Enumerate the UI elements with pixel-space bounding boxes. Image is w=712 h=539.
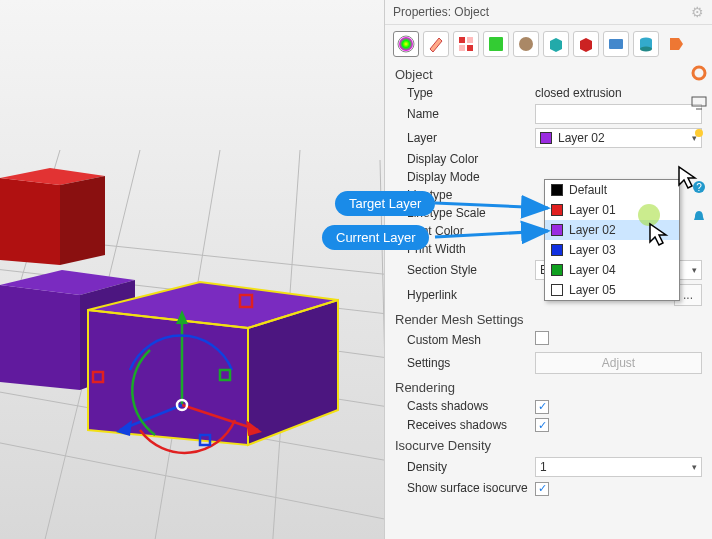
click-highlight	[638, 204, 660, 226]
svg-marker-43	[580, 38, 592, 52]
svg-marker-14	[0, 285, 80, 390]
svg-rect-50	[692, 97, 706, 106]
svg-point-47	[640, 47, 652, 52]
input-name[interactable]	[535, 104, 702, 124]
svg-rect-38	[459, 45, 465, 51]
svg-marker-42	[550, 38, 562, 52]
blue-panel-icon[interactable]	[603, 31, 629, 57]
green-sheet-icon[interactable]	[483, 31, 509, 57]
ddopt-layer02[interactable]: Layer 02	[545, 220, 679, 240]
ddopt-default[interactable]: Default	[545, 180, 679, 200]
bell-icon[interactable]	[690, 208, 708, 226]
svg-rect-39	[467, 45, 473, 51]
panel-icon-toolbar	[385, 25, 712, 63]
lbl-display-mode: Display Mode	[385, 170, 535, 184]
ddopt-label: Layer 02	[569, 223, 616, 237]
checker-icon[interactable]	[453, 31, 479, 57]
section-object: Object	[385, 63, 712, 84]
svg-marker-11	[0, 178, 60, 265]
ddopt-label: Layer 04	[569, 263, 616, 277]
box-red	[0, 168, 105, 265]
svg-point-49	[693, 67, 705, 79]
lbl-layer: Layer	[385, 131, 535, 145]
svg-point-41	[519, 37, 533, 51]
density-value-text: 1	[540, 460, 547, 474]
adjust-button[interactable]: Adjust	[535, 352, 702, 374]
section-isocurve: Isocurve Density	[385, 434, 712, 455]
monitor-icon[interactable]	[690, 94, 708, 112]
svg-marker-13	[60, 176, 105, 265]
chevron-down-icon: ▾	[692, 265, 697, 275]
lbl-density: Density	[385, 460, 535, 474]
lbl-receives: Receives shadows	[385, 418, 535, 432]
svg-point-52	[695, 129, 703, 137]
chk-receives[interactable]: ✓	[535, 418, 549, 432]
svg-rect-36	[459, 37, 465, 43]
layer-selected-text: Layer 02	[558, 131, 605, 145]
ddopt-label: Layer 01	[569, 203, 616, 217]
panel-header: Properties: Object ⚙	[385, 0, 712, 25]
section-rendering: Rendering	[385, 376, 712, 397]
section-render-mesh: Render Mesh Settings	[385, 308, 712, 329]
ddopt-label: Default	[569, 183, 607, 197]
material-rainbow-icon[interactable]	[393, 31, 419, 57]
val-type: closed extrusion	[535, 86, 712, 100]
rainbow-ring-icon[interactable]	[690, 64, 708, 82]
lbl-casts: Casts shadows	[385, 399, 535, 413]
lbl-custom-mesh: Custom Mesh	[385, 333, 535, 347]
texture-icon[interactable]	[513, 31, 539, 57]
ddopt-layer05[interactable]: Layer 05	[545, 280, 679, 300]
sun-icon[interactable]	[690, 124, 708, 142]
paintbrush-icon[interactable]	[423, 31, 449, 57]
teal-box-icon[interactable]	[543, 31, 569, 57]
svg-marker-17	[88, 310, 248, 445]
svg-rect-37	[467, 37, 473, 43]
lbl-hyperlink: Hyperlink	[385, 288, 535, 302]
lbl-display-color: Display Color	[385, 152, 535, 166]
viewport-3d[interactable]	[0, 0, 384, 539]
panel-title: Properties: Object	[393, 5, 489, 19]
red-disc-icon[interactable]	[573, 31, 599, 57]
svg-rect-44	[609, 39, 623, 49]
chevron-down-icon: ▾	[692, 462, 697, 472]
svg-rect-40	[489, 37, 503, 51]
orange-tag-icon[interactable]	[663, 31, 689, 57]
ddopt-layer04[interactable]: Layer 04	[545, 260, 679, 280]
svg-point-35	[399, 37, 413, 51]
chk-casts[interactable]: ✓	[535, 400, 549, 414]
annot-target-layer: Target Layer	[335, 191, 435, 216]
annot-current-layer: Current Layer	[322, 225, 429, 250]
svg-marker-48	[670, 38, 683, 50]
lbl-settings: Settings	[385, 356, 535, 370]
lbl-show-iso: Show surface isocurve	[385, 481, 535, 495]
help-icon[interactable]: ?	[690, 178, 708, 196]
layer-dropdown[interactable]: Default Layer 01 Layer 02 Layer 03 Layer…	[544, 179, 680, 301]
box-selected	[88, 282, 338, 445]
ddopt-label: Layer 05	[569, 283, 616, 297]
ddopt-layer03[interactable]: Layer 03	[545, 240, 679, 260]
lbl-name: Name	[385, 107, 535, 121]
svg-text:?: ?	[696, 182, 702, 193]
svg-line-5	[0, 435, 384, 530]
right-icon-rail: ?	[690, 64, 708, 226]
gear-icon[interactable]: ⚙	[691, 4, 704, 20]
chk-show-iso[interactable]: ✓	[535, 482, 549, 496]
cyan-cylinder-icon[interactable]	[633, 31, 659, 57]
chk-custom-mesh[interactable]	[535, 331, 549, 345]
select-layer[interactable]: Layer 02 ▾	[535, 128, 702, 148]
input-density[interactable]: 1▾	[535, 457, 702, 477]
layer-swatch	[540, 132, 552, 144]
ddopt-label: Layer 03	[569, 243, 616, 257]
lbl-section-style: Section Style	[385, 263, 535, 277]
lbl-type: Type	[385, 86, 535, 100]
